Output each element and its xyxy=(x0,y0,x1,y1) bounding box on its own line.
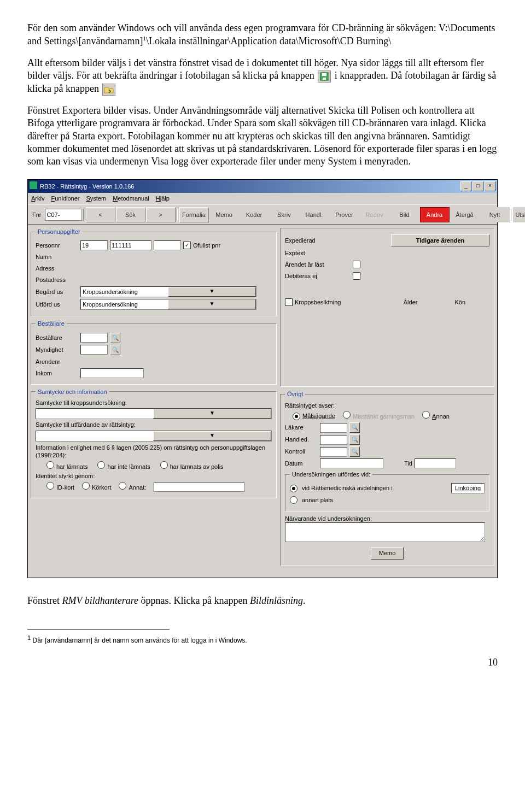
radio-korkort[interactable] xyxy=(82,482,90,490)
group-right-top: Expedierad Tidigare ärenden Exptext Ären… xyxy=(280,228,494,387)
lbl-expedierad: Expedierad xyxy=(285,237,334,244)
samtycke-ratt-dropdown[interactable]: ▼ xyxy=(36,431,272,442)
begard-value: Kroppsundersökning xyxy=(81,288,168,296)
paragraph-after-ss: Fönstret RMV bildhanterare öppnas. Klick… xyxy=(27,595,498,607)
search-icon[interactable]: 🔍 xyxy=(349,446,360,457)
radio-annat[interactable] xyxy=(119,482,126,490)
lakare-input[interactable] xyxy=(320,423,347,433)
search-icon[interactable]: 🔍 xyxy=(349,434,360,445)
group-bestallare: Beställare Beställare🔍 Myndighet🔍 Ärende… xyxy=(31,320,277,384)
tab-redov[interactable]: Redov xyxy=(360,207,389,222)
lbl-idkort: ID-kort xyxy=(56,484,74,491)
menu-arkiv[interactable]: Arkiv xyxy=(31,195,44,202)
group-ovrigt: Övrigt Rättsintyget avser: Målsägande Mi… xyxy=(280,390,494,566)
radio-vid-ratts[interactable] xyxy=(290,485,298,492)
utford-dropdown[interactable]: Kroppsundersökning▼ xyxy=(80,299,256,310)
lbl-tid: Tid xyxy=(404,460,412,467)
personnr-century[interactable] xyxy=(80,240,108,250)
kontroll-input[interactable] xyxy=(320,447,347,457)
radio-annan[interactable] xyxy=(422,411,430,419)
debiteras-checkbox[interactable] xyxy=(353,272,360,280)
lbl-lakare: Läkare xyxy=(285,423,318,431)
begard-dropdown[interactable]: Kroppsundersökning▼ xyxy=(80,286,256,297)
datum-input[interactable] xyxy=(320,458,383,468)
menu-hjalp[interactable]: Hjälp xyxy=(156,195,170,202)
chevron-down-icon: ▼ xyxy=(153,431,271,441)
tab-andra[interactable]: Ändra xyxy=(420,207,450,222)
ofullst-checkbox[interactable] xyxy=(183,242,191,249)
lbl-kon: Kön xyxy=(454,298,465,306)
location-value[interactable]: Linköping xyxy=(451,483,485,493)
next-button[interactable]: > xyxy=(146,207,176,222)
prev-button[interactable]: < xyxy=(86,207,115,222)
tab-formalia[interactable]: Formalia xyxy=(179,207,209,222)
lbl-datum: Datum xyxy=(285,460,318,467)
personnr-last[interactable] xyxy=(154,240,181,250)
radio-lamnats[interactable] xyxy=(46,461,54,469)
tab-nytt[interactable]: Nytt xyxy=(480,207,510,222)
tab-utskrifter[interactable]: Utskrifter xyxy=(513,207,526,222)
p1b: \Lokala inställningar\Application data\M… xyxy=(146,36,391,46)
title-bar: RB32 - Rättsintyg - Version 1.0.166 _ □ … xyxy=(28,180,497,193)
lbl-har-inte: har inte lämnats xyxy=(107,463,150,470)
lbl-vid-ratts: vid Rättsmedicinska avdelningen i xyxy=(302,484,393,492)
tab-prover[interactable]: Prover xyxy=(330,207,359,222)
close-button[interactable]: × xyxy=(485,181,495,191)
lbl-ofullst: Ofullst pnr xyxy=(193,242,220,249)
narvarande-input[interactable] xyxy=(285,522,485,542)
radio-malsagande[interactable] xyxy=(293,413,300,420)
menu-metodmanual[interactable]: Metodmanual xyxy=(113,195,149,202)
radio-inte-lamnats[interactable] xyxy=(97,461,105,469)
search-icon[interactable]: 🔍 xyxy=(349,422,360,433)
lbl-begard: Begärd us xyxy=(36,288,78,296)
lbl-narvarande: Närvarande vid undersökningen: xyxy=(285,515,489,522)
radio-av-polis[interactable] xyxy=(160,461,168,469)
svg-rect-2 xyxy=(323,78,326,80)
footnote-text: Där [användarnamn] är det namn som använ… xyxy=(32,637,247,644)
tab-skriv[interactable]: Skriv xyxy=(270,207,299,222)
group-utfordes: Undersökningen utfördes vid: vid Rättsme… xyxy=(285,470,489,511)
tab-handl[interactable]: Handl. xyxy=(300,207,329,222)
footnote: 1 Där [användarnamn] är det namn som anv… xyxy=(27,634,498,645)
personnr-digits[interactable] xyxy=(110,240,151,250)
menu-system[interactable]: System xyxy=(86,195,106,202)
lbl-samtycke-ratt: Samtycke till utfärdande av rättsintyg: xyxy=(36,421,272,428)
svg-rect-3 xyxy=(30,181,37,189)
search-icon[interactable]: 🔍 xyxy=(110,345,120,355)
fnr-input[interactable] xyxy=(45,209,82,221)
handled-input[interactable] xyxy=(320,435,347,445)
svg-rect-1 xyxy=(322,73,326,76)
annat-input[interactable] xyxy=(154,482,244,492)
lbl-kropps: Kroppsbesiktning xyxy=(295,298,341,306)
search-button[interactable]: Sök xyxy=(116,207,145,222)
kropps-checkbox[interactable] xyxy=(285,298,293,306)
minimize-button[interactable]: _ xyxy=(460,181,471,191)
tab-aterga[interactable]: Återgå xyxy=(450,207,480,222)
tidigare-button[interactable]: Tidigare ärenden xyxy=(391,234,489,246)
lbl-av-polis: har lämnats av polis xyxy=(170,463,224,470)
lbl-annat: Annat: xyxy=(129,484,146,491)
last-checkbox[interactable] xyxy=(353,261,360,268)
memo-button[interactable]: Memo xyxy=(371,547,404,559)
samtycke-kropp-dropdown[interactable]: ▼ xyxy=(36,408,272,419)
lbl-alder: Ålder xyxy=(404,298,418,306)
tab-memo[interactable]: Memo xyxy=(209,207,239,222)
radio-annan-plats[interactable] xyxy=(290,496,298,504)
menu-funktioner[interactable]: Funktioner xyxy=(51,195,79,202)
radio-misstankt[interactable] xyxy=(343,411,351,419)
lbl-misstankt: Misstänkt gärningsman xyxy=(353,413,415,420)
lbl-info-law: Information i enlighet med 6 § lagen (20… xyxy=(36,444,272,460)
chevron-down-icon: ▼ xyxy=(168,299,256,309)
search-icon[interactable]: 🔍 xyxy=(110,333,120,343)
inkom-input[interactable] xyxy=(80,368,144,378)
lbl-handled: Handled. xyxy=(285,436,318,443)
tid-input[interactable] xyxy=(415,458,456,468)
myndighet-code[interactable] xyxy=(80,345,108,355)
tab-bild[interactable]: Bild xyxy=(390,207,419,222)
group-samtycke: Samtycke och information Samtycke till k… xyxy=(31,388,277,498)
radio-idkort[interactable] xyxy=(46,482,54,490)
utford-value: Kroppsundersökning xyxy=(81,301,168,308)
bestallare-code[interactable] xyxy=(80,333,108,343)
maximize-button[interactable]: □ xyxy=(472,181,483,191)
tab-koder[interactable]: Koder xyxy=(240,207,269,222)
